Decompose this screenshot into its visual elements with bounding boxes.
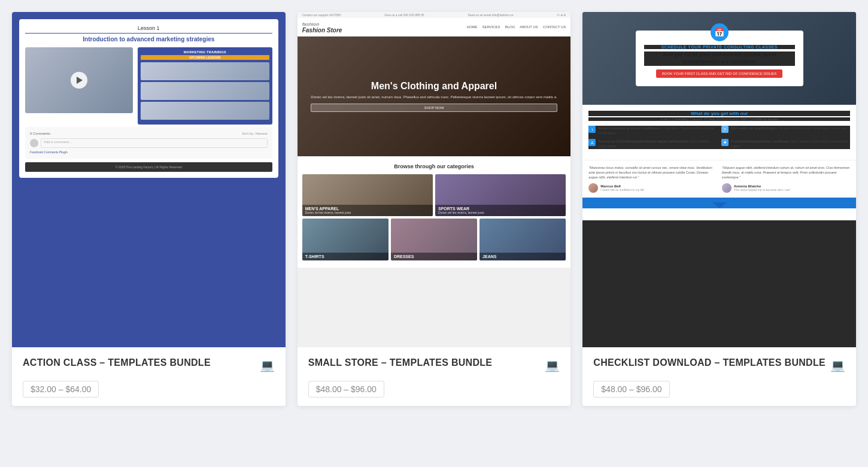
footer-bar: © 2018 The Landing Factory | All Rights … [25, 162, 272, 172]
nav-contact[interactable]: CONTACT US [543, 25, 566, 29]
card-title-3: CHECKLIST DOWNLOAD – TEMPLATES BUNDLE [593, 357, 825, 369]
store-top-bar: Contact our support 24/7/365 Give us a c… [298, 12, 571, 18]
laptop-icon-2: 💻 [545, 358, 560, 372]
category-sports-wear[interactable]: SPORTS WEAR Donec vel leo viverra, laore… [435, 174, 566, 216]
comment-input-row: Add a comment... [30, 138, 268, 148]
consult-book-button[interactable]: BOOK YOUR FIRST CLASS AND GET RID OF CON… [656, 69, 782, 78]
commenter-avatar [30, 139, 38, 147]
testimonial-1: "Maecenas locus metus, convallis sit ame… [588, 165, 717, 193]
nav-blog[interactable]: BLOG [505, 25, 515, 29]
card-price-3[interactable]: $48.00 – $96.00 [593, 381, 669, 398]
comments-sort: Sort by: Newest [242, 132, 267, 135]
store-header: fashion Fashion Store HOME SERVICES BLOG… [298, 18, 571, 37]
comments-header: 0 Comments Sort by: Newest [30, 132, 268, 135]
sidebar-thumb-2 [141, 82, 269, 100]
certificate-icon: ★ [721, 139, 729, 146]
nav-home[interactable]: HOME [466, 25, 477, 29]
footer-text: © 2018 The Landing Factory | All Rights … [116, 165, 182, 169]
card-title-row-3: CHECKLIST DOWNLOAD – TEMPLATES BUNDLE 💻 [593, 357, 845, 372]
consulting-title: And get rid of your self-esteem issues, … [644, 51, 795, 65]
card-price-2[interactable]: $48.00 – $96.00 [308, 381, 384, 398]
marketing-sidebar: MARKETING TRAININGS UPCOMING LESSONS [138, 47, 272, 125]
what-section: What do you get with our 1-on-1 Consulti… [582, 105, 856, 160]
preview-small-store: Contact our support 24/7/365 Give us a c… [298, 12, 571, 347]
lessons-text: Access to 12 professional lessons about … [598, 139, 717, 148]
schedule-label: SCHEDULE YOUR PRIVATE CONSULTING CLASSES [644, 45, 795, 49]
lesson-content-area: Lesson 1 Introduction to advanced market… [19, 19, 278, 178]
qa-icon: ? [721, 126, 729, 133]
comments-count: 0 Comments [30, 132, 50, 135]
sidebar-thumb-3 [141, 102, 269, 120]
testimonials-section: "Maecenas locus metus, convallis sit ame… [582, 160, 856, 198]
hero-title: Men's Clothing and Apparel [311, 81, 557, 92]
categories-grid-top: MEN'S APPAREL Donec vel leo viverra, lao… [302, 174, 566, 216]
comment-input[interactable]: Add a comment... [41, 138, 268, 148]
card-price-1[interactable]: $32.00 – $64.00 [23, 381, 99, 398]
video-thumbnail[interactable] [25, 47, 133, 113]
features-grid: i Expert counseling about confidence. Ut… [588, 126, 850, 149]
categories-title: Browse through our categories [302, 163, 566, 169]
card-title-row-2: SMALL STORE – TEMPLATES BUNDLE 💻 [308, 357, 560, 372]
nav-services[interactable]: SERVICES [482, 25, 500, 29]
content-row: MARKETING TRAININGS UPCOMING LESSONS [25, 47, 272, 125]
lesson-label: Lesson 1 [25, 25, 272, 34]
tshirts-label: T-SHIRTS [302, 253, 389, 260]
card-title-1: ACTION CLASS – TEMPLATES BUNDLE [23, 357, 211, 369]
card-footer-2: SMALL STORE – TEMPLATES BUNDLE 💻 $48.00 … [298, 347, 571, 406]
sports-label: SPORTS WEAR Donec vel leo viverra, laore… [435, 205, 566, 216]
marcus-desc: I never felt so confident in my life [600, 188, 644, 192]
card-small-store: Contact our support 24/7/365 Give us a c… [298, 12, 571, 406]
antonia-avatar [722, 183, 732, 193]
product-grid: Lesson 1 Introduction to advanced market… [12, 12, 856, 406]
calendar-icon: 📅 [711, 23, 729, 41]
fb-plugin-link[interactable]: Facebook Comments Plugin [30, 150, 268, 154]
testimonial-2-text: "Aliquam augue nibh, eleifend interdum r… [722, 165, 850, 180]
consulting-hero: 📅 SCHEDULE YOUR PRIVATE CONSULTING CLASS… [582, 12, 856, 105]
dresses-label: DRESSES [391, 253, 477, 260]
qa-text: Q&A with our psychologist. Sit tetur adi… [731, 126, 847, 131]
card-footer-1: ACTION CLASS – TEMPLATES BUNDLE 💻 $32.00… [12, 347, 286, 406]
counseling-icon: i [588, 126, 596, 133]
testimonial-2-author: Antonia Blatche This class helped me to … [722, 183, 850, 193]
hero-description: Donec vel leo viverra, laoreet justo sit… [311, 95, 557, 99]
category-jeans[interactable]: JEANS [479, 219, 566, 260]
hero-shop-button[interactable]: SHOP NOW [311, 104, 557, 112]
hero-content: Men's Clothing and Apparel Donec vel leo… [311, 81, 557, 112]
category-mens-apparel[interactable]: MEN'S APPAREL Donec vel leo viverra, lao… [302, 174, 433, 216]
testimonial-2: "Aliquam augue nibh, eleifend interdum r… [722, 165, 850, 193]
mens-label: MEN'S APPAREL Donec vel leo viverra, lao… [302, 205, 433, 216]
what-subtitle: 1-on-1 Consulting Classes To Help Entrep… [588, 117, 850, 121]
card-checklist-download: 📅 SCHEDULE YOUR PRIVATE CONSULTING CLASS… [582, 12, 856, 406]
card-footer-3: CHECKLIST DOWNLOAD – TEMPLATES BUNDLE 💻 … [582, 347, 856, 406]
lesson-title: Introduction to advanced marketing strat… [25, 36, 272, 43]
certificate-text: Confident Entrepreneur certificate. Nunc… [731, 139, 850, 148]
store-hero: Men's Clothing and Apparel Donec vel leo… [298, 37, 571, 156]
play-button[interactable] [71, 72, 87, 89]
preview-checklist: 📅 SCHEDULE YOUR PRIVATE CONSULTING CLASS… [582, 12, 856, 347]
top-phone: Give us a call 000 225 885 55 [384, 13, 424, 17]
jeans-label: JEANS [479, 253, 566, 260]
blue-divider-bar [582, 198, 856, 208]
top-contact: Contact our support 24/7/365 [302, 13, 341, 17]
feature-certificate: ★ Confident Entrepreneur certificate. Nu… [721, 139, 850, 148]
feature-counseling: i Expert counseling about confidence. Ut… [588, 126, 717, 135]
bottom-white-space [582, 208, 856, 220]
mens-sublabel: Donec vel leo viverra, laoreet justo [305, 211, 430, 214]
feature-qa: ? Q&A with our psychologist. Sit tetur a… [721, 126, 850, 135]
feature-lessons: A Access to 12 professional lessons abou… [588, 139, 717, 148]
counseling-text: Expert counseling about confidence. Ut e… [598, 126, 717, 135]
laptop-icon-3: 💻 [830, 358, 845, 372]
store-nav: HOME SERVICES BLOG ABOUT US CONTACT US [466, 25, 566, 29]
antonia-desc: This class helped me to become who I am! [734, 188, 791, 192]
laptop-icon-1: 💻 [260, 358, 275, 372]
card-action-class: Lesson 1 Introduction to advanced market… [12, 12, 286, 406]
sidebar-title: MARKETING TRAININGS UPCOMING LESSONS [141, 50, 269, 60]
consulting-card: 📅 SCHEDULE YOUR PRIVATE CONSULTING CLASS… [636, 31, 803, 86]
nav-about[interactable]: ABOUT US [520, 25, 538, 29]
categories-grid-bottom: T-SHIRTS DRESSES JEANS [302, 219, 566, 260]
category-tshirts[interactable]: T-SHIRTS [302, 219, 389, 260]
category-dresses[interactable]: DRESSES [391, 219, 477, 260]
marcus-avatar [588, 183, 598, 193]
top-email: Send us an email info@fashion.co [468, 13, 513, 17]
store-logo: fashion Fashion Store [302, 20, 342, 34]
